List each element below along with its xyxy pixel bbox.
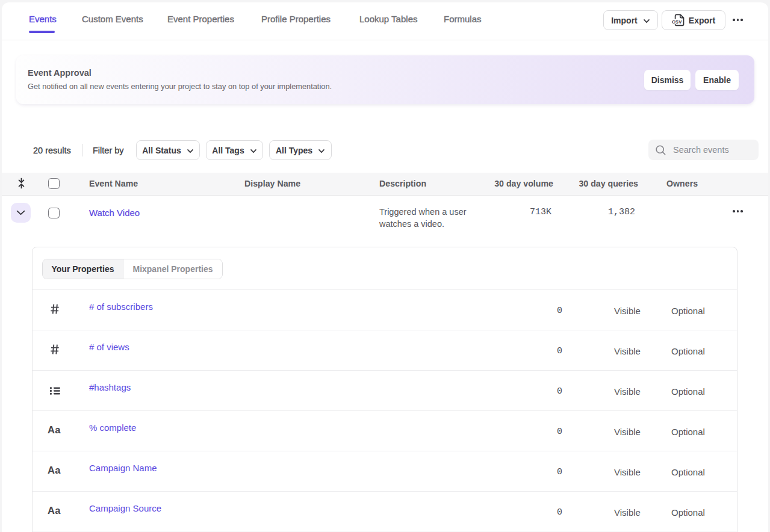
svg-text:CSV: CSV — [672, 19, 682, 25]
